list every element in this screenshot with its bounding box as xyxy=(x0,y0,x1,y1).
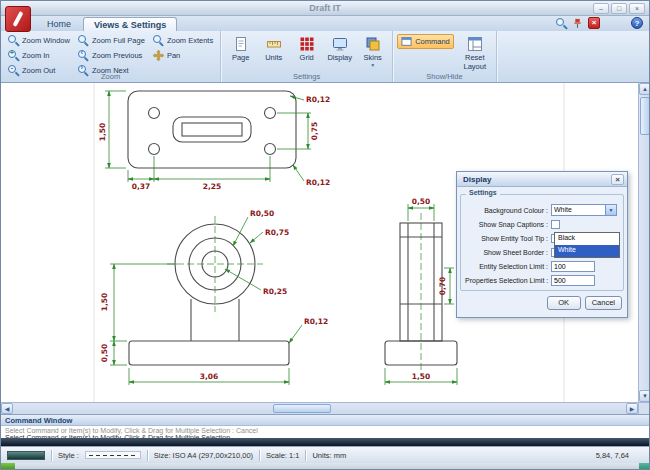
grid-icon xyxy=(299,36,315,52)
entity-limit-input[interactable] xyxy=(551,261,595,272)
pan-icon xyxy=(153,50,164,61)
grid-button[interactable]: Grid xyxy=(291,34,322,69)
scroll-right-icon[interactable]: ▶ xyxy=(626,403,638,414)
display-button[interactable]: Display xyxy=(324,34,355,69)
group-label-settings: Settings xyxy=(221,72,392,82)
title-bar: Draft IT – □ × xyxy=(1,1,649,16)
entity-limit-row: Entity Selection Limit : xyxy=(465,259,619,273)
zoom-previous-button[interactable]: ‹ Zoom Previous xyxy=(75,49,148,62)
skins-icon xyxy=(365,36,381,52)
sheet-border-label: Show Sheet Border : xyxy=(465,249,551,256)
horizontal-scrollbar[interactable]: ◀ ▶ xyxy=(1,402,638,414)
vertical-scrollbar[interactable]: ▲ ▼ xyxy=(638,83,650,402)
button-label: Reset Layout xyxy=(459,53,491,71)
dim-label: 1,50 xyxy=(100,293,109,312)
background-colour-row: Background Colour : White ▼ xyxy=(465,203,619,217)
cancel-button[interactable]: Cancel xyxy=(585,296,622,310)
status-separator xyxy=(147,450,148,461)
style-label: Style : xyxy=(58,451,79,460)
dim-label: 3,06 xyxy=(200,372,219,381)
pin-icon[interactable] xyxy=(572,18,583,29)
front-view-dimensions xyxy=(110,217,302,385)
page-button[interactable]: Page xyxy=(225,34,256,69)
button-label: Zoom Window xyxy=(22,36,70,45)
command-toggle-button[interactable]: Command xyxy=(397,34,454,49)
tab-home[interactable]: Home xyxy=(37,17,81,31)
ribbon-group-showhide: Command Reset Layout Show/Hide xyxy=(393,31,497,82)
colour-swatch[interactable] xyxy=(7,451,45,460)
taskbar-fragment-left xyxy=(1,463,15,470)
button-label: Zoom In xyxy=(22,51,50,60)
horizontal-scroll-thumb[interactable] xyxy=(273,404,331,413)
background-colour-dropdown-list: Black White xyxy=(554,232,620,258)
command-history-line: Select Command or Item(s) to Modify, Cli… xyxy=(1,427,649,434)
scroll-left-icon[interactable]: ◀ xyxy=(1,403,13,414)
button-label: Display xyxy=(327,53,352,62)
dim-label: 0,50 xyxy=(412,197,431,206)
command-icon xyxy=(401,36,412,47)
zoom-extents-button[interactable]: Zoom Extents xyxy=(150,34,216,47)
zoom-window-button[interactable]: Zoom Window xyxy=(5,34,73,47)
display-icon xyxy=(332,36,348,52)
ribbon-tabs: Home Views & Settings × ? xyxy=(1,16,649,31)
front-view-centerlines xyxy=(167,216,263,312)
search-tool-icon[interactable] xyxy=(556,18,567,29)
dim-label: 0,37 xyxy=(132,182,151,191)
command-window-header[interactable]: Command Window xyxy=(1,415,649,426)
button-label: Units xyxy=(265,53,282,62)
chevron-down-icon[interactable]: ▼ xyxy=(605,205,616,215)
dim-label: R0,12 xyxy=(306,95,330,104)
scroll-down-icon[interactable]: ▼ xyxy=(639,390,650,402)
skins-button[interactable]: Skins ▼ xyxy=(357,34,388,69)
help-icon[interactable]: ? xyxy=(631,17,643,29)
top-view-geometry xyxy=(128,91,296,168)
line-style-preview[interactable] xyxy=(85,451,141,459)
dim-label: R0,50 xyxy=(250,209,274,218)
reset-layout-button[interactable]: Reset Layout xyxy=(458,34,492,73)
window-close-button[interactable]: × xyxy=(629,3,645,14)
snap-captions-row: Show Snap Captions : xyxy=(465,217,619,231)
status-units: Units: mm xyxy=(312,451,346,460)
background-colour-select[interactable]: White ▼ xyxy=(551,204,617,216)
scrollbar-corner xyxy=(638,402,650,414)
dim-label: 0,75 xyxy=(310,122,319,141)
button-label: Command xyxy=(415,37,450,46)
dialog-title: Display xyxy=(463,175,491,184)
zoom-full-page-button[interactable]: Zoom Full Page xyxy=(75,34,148,47)
pan-button[interactable]: Pan xyxy=(150,49,216,62)
desktop-strip xyxy=(1,463,649,470)
window-maximize-button[interactable]: □ xyxy=(611,3,627,14)
status-separator xyxy=(259,450,260,461)
properties-limit-label: Properties Selection Limit : xyxy=(465,277,551,284)
units-button[interactable]: Units xyxy=(258,34,289,69)
zoom-window-icon xyxy=(8,35,19,46)
window-minimize-button[interactable]: – xyxy=(593,3,609,14)
group-label-zoom: Zoom xyxy=(1,72,220,82)
button-label: Grid xyxy=(300,53,314,62)
display-dialog: Display × Settings Background Colour : W… xyxy=(456,171,628,318)
dim-label: 1,50 xyxy=(412,372,431,381)
dropdown-option-white[interactable]: White xyxy=(555,245,619,257)
app-logo-icon[interactable] xyxy=(5,6,31,32)
group-label-showhide: Show/Hide xyxy=(393,72,496,82)
properties-limit-input[interactable] xyxy=(551,275,595,286)
dim-label: R0,12 xyxy=(304,317,328,326)
window-title: Draft IT xyxy=(309,3,341,13)
dim-label: 1,50 xyxy=(98,123,107,142)
button-label: Pan xyxy=(167,51,180,60)
dialog-close-icon[interactable]: × xyxy=(611,174,624,185)
status-separator xyxy=(305,450,306,461)
zoom-in-button[interactable]: + Zoom In xyxy=(5,49,73,62)
ok-button[interactable]: OK xyxy=(547,296,581,310)
dropdown-option-black[interactable]: Black xyxy=(555,233,619,245)
snap-captions-label: Show Snap Captions : xyxy=(465,221,551,228)
vertical-scroll-thumb[interactable] xyxy=(640,97,650,135)
scroll-up-icon[interactable]: ▲ xyxy=(639,83,650,95)
snap-captions-checkbox[interactable] xyxy=(551,220,560,229)
command-input[interactable] xyxy=(1,438,649,446)
background-colour-value: White xyxy=(552,205,605,215)
ribbon-close-icon[interactable]: × xyxy=(588,17,600,29)
dialog-title-bar[interactable]: Display × xyxy=(457,172,627,187)
tab-views-settings[interactable]: Views & Settings xyxy=(83,17,177,31)
status-size: Size: ISO A4 (297,00x210,00) xyxy=(154,451,253,460)
